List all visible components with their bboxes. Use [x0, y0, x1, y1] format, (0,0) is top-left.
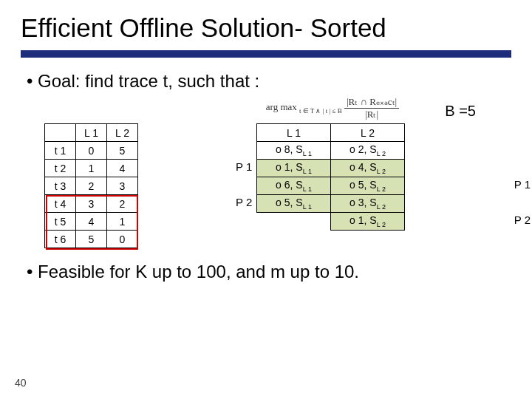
trace-l2: 1	[107, 213, 138, 231]
argmax-text: arg max	[266, 101, 297, 112]
trace-row: t 323	[45, 177, 138, 195]
trace-l2: 2	[107, 195, 138, 213]
trace-l1: 5	[76, 231, 107, 248]
result-row: o 1, SL 2	[257, 213, 405, 231]
trace-t: t 1	[45, 142, 76, 160]
result-header-l2: L 2	[331, 124, 405, 142]
p1-left-label: P 1	[236, 160, 252, 173]
result-row: o 1, SL 1o 4, SL 2	[257, 160, 405, 177]
result-cell-l1	[257, 213, 331, 231]
result-cell-l1: o 5, SL 1	[257, 195, 331, 213]
trace-row: t 432	[45, 195, 138, 213]
result-table: L 1 L 2 o 8, SL 1o 2, SL 2o 1, SL 1o 4, …	[256, 123, 405, 231]
trace-l2: 4	[107, 160, 138, 177]
trace-table: L 1 L 2 t 105 t 214 t 323 t 432 t 541 t …	[44, 123, 138, 248]
trace-t: t 4	[45, 195, 76, 213]
result-cell-l2: o 3, SL 2	[331, 195, 405, 213]
trace-l2: 0	[107, 231, 138, 248]
formula-denominator: |Rₜ|	[344, 109, 399, 120]
trace-t: t 2	[45, 160, 76, 177]
trace-t: t 3	[45, 177, 76, 195]
result-header-l1: L 1	[257, 124, 331, 142]
result-cell-l1: o 8, SL 1	[257, 142, 331, 160]
p2-left-label: P 2	[236, 196, 252, 208]
trace-header-blank	[45, 124, 76, 142]
trace-row: t 214	[45, 160, 138, 177]
result-row: o 8, SL 1o 2, SL 2	[257, 142, 405, 160]
result-cell-l1: o 1, SL 1	[257, 160, 331, 177]
content-row: L 1 L 2 t 105 t 214 t 323 t 432 t 541 t …	[0, 120, 532, 248]
slide-number: 40	[15, 377, 27, 389]
title-underline	[21, 50, 511, 58]
trace-header-l2: L 2	[107, 124, 138, 142]
formula-numerator: |Rₜ ∩ Rₑₓₐcₜ|	[344, 96, 399, 109]
trace-row: t 650	[45, 231, 138, 248]
trace-row: t 105	[45, 142, 138, 160]
slide-title: Efficient Offline Solution- Sorted	[0, 0, 532, 50]
trace-l2: 5	[107, 142, 138, 160]
result-cell-l1: o 6, SL 1	[257, 177, 331, 195]
right-area: B =5 P 1 P 2 P 1 P 2 L 1 L 2 o 8, SL 1o …	[256, 123, 511, 248]
trace-l2: 3	[107, 177, 138, 195]
trace-l1: 3	[76, 195, 107, 213]
trace-l1: 4	[76, 213, 107, 231]
formula-fraction: |Rₜ ∩ Rₑₓₐcₜ| |Rₜ|	[344, 96, 399, 120]
result-row: o 6, SL 1o 5, SL 2	[257, 177, 405, 195]
trace-l1: 2	[76, 177, 107, 195]
trace-t: t 5	[45, 213, 76, 231]
b-label: B =5	[445, 103, 476, 120]
result-cell-l2: o 5, SL 2	[331, 177, 405, 195]
formula-subscript: t ∈ T ∧ | t | ≤ B	[299, 107, 342, 115]
result-header-row: L 1 L 2	[257, 124, 405, 142]
result-cell-l2: o 2, SL 2	[331, 142, 405, 160]
result-cell-l2: o 1, SL 2	[331, 213, 405, 231]
trace-row: t 541	[45, 213, 138, 231]
trace-l1: 1	[76, 160, 107, 177]
trace-l1: 0	[76, 142, 107, 160]
trace-t: t 6	[45, 231, 76, 248]
trace-header-l1: L 1	[76, 124, 107, 142]
p1-right-label: P 1	[514, 178, 531, 191]
p2-right-label: P 2	[514, 214, 531, 226]
feasible-bullet: Feasible for K up to 100, and m up to 10…	[0, 248, 532, 282]
trace-header-row: L 1 L 2	[45, 124, 138, 142]
result-row: o 5, SL 1o 3, SL 2	[257, 195, 405, 213]
goal-bullet: Goal: find trace t, such that :	[0, 71, 532, 92]
result-cell-l2: o 4, SL 2	[331, 160, 405, 177]
